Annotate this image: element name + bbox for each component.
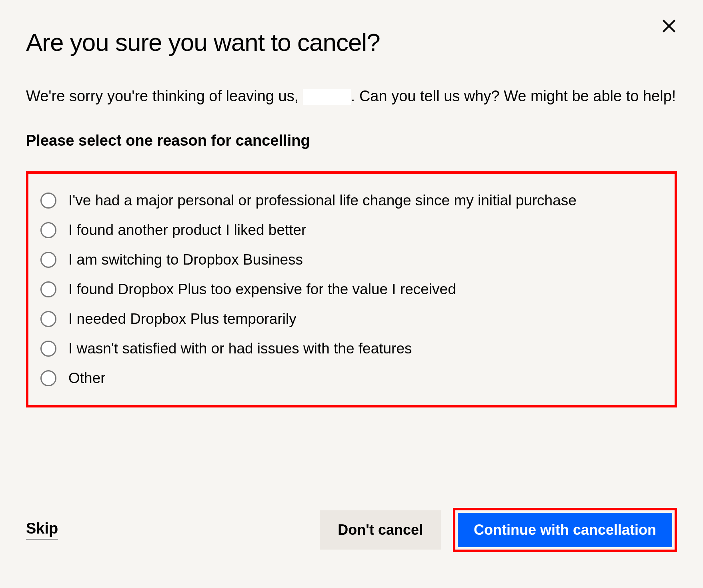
option-label: I am switching to Dropbox Business: [68, 251, 303, 268]
continue-button-highlight: Continue with cancellation: [453, 508, 677, 552]
option-another-product[interactable]: I found another product I liked better: [40, 215, 663, 245]
option-other[interactable]: Other: [40, 363, 663, 393]
option-label: I wasn't satisfied with or had issues wi…: [68, 340, 412, 357]
option-too-expensive[interactable]: I found Dropbox Plus too expensive for t…: [40, 275, 663, 304]
option-life-change[interactable]: I've had a major personal or professiona…: [40, 186, 663, 215]
dont-cancel-button[interactable]: Don't cancel: [320, 510, 441, 550]
instruction-text: Please select one reason for cancelling: [26, 132, 677, 149]
radio-icon: [40, 370, 56, 386]
subtitle-suffix: . Can you tell us why? We might be able …: [351, 88, 676, 104]
option-label: I needed Dropbox Plus temporarily: [68, 311, 296, 327]
option-label: I've had a major personal or professiona…: [68, 192, 577, 209]
radio-icon: [40, 341, 56, 357]
subtitle-prefix: We're sorry you're thinking of leaving u…: [26, 88, 303, 104]
radio-icon: [40, 311, 56, 327]
redacted-name: [303, 89, 351, 105]
dialog-subtitle: We're sorry you're thinking of leaving u…: [26, 84, 677, 108]
option-label: I found Dropbox Plus too expensive for t…: [68, 281, 456, 298]
skip-link[interactable]: Skip: [26, 520, 58, 540]
radio-icon: [40, 252, 56, 268]
radio-icon: [40, 281, 56, 297]
continue-cancellation-button[interactable]: Continue with cancellation: [458, 513, 672, 547]
option-label: Other: [68, 370, 106, 387]
radio-icon: [40, 222, 56, 238]
dialog-footer: Skip Don't cancel Continue with cancella…: [26, 508, 677, 552]
close-icon: [661, 18, 677, 34]
option-dropbox-business[interactable]: I am switching to Dropbox Business: [40, 245, 663, 275]
close-button[interactable]: [659, 16, 679, 36]
dialog-title: Are you sure you want to cancel?: [26, 28, 677, 56]
option-label: I found another product I liked better: [68, 222, 306, 239]
radio-icon: [40, 193, 56, 209]
option-not-satisfied[interactable]: I wasn't satisfied with or had issues wi…: [40, 334, 663, 363]
option-temporary[interactable]: I needed Dropbox Plus temporarily: [40, 304, 663, 334]
cancel-reason-options: I've had a major personal or professiona…: [26, 171, 677, 407]
footer-actions: Don't cancel Continue with cancellation: [320, 508, 677, 552]
